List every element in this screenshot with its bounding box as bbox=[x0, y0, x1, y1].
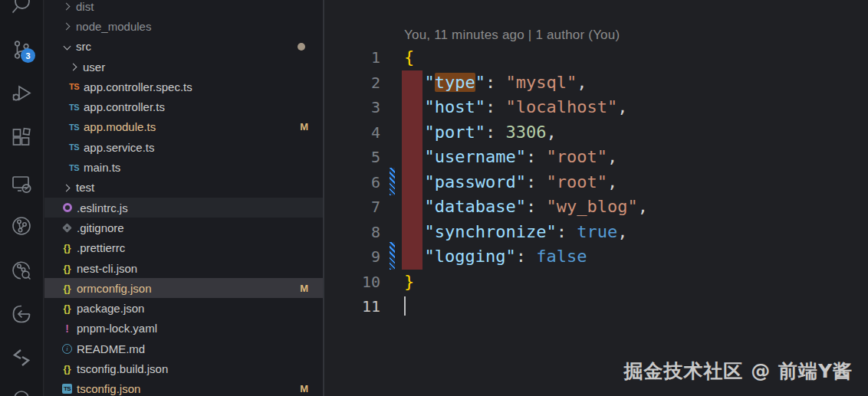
modified-badge: M bbox=[300, 283, 323, 294]
explorer-file-item[interactable]: .gitignore bbox=[44, 218, 323, 237]
typescript-test-icon: TS bbox=[67, 80, 81, 93]
tsconfig-icon: TS bbox=[61, 382, 74, 395]
explorer-file-item[interactable]: TSapp.service.ts bbox=[44, 137, 323, 157]
explorer-file-item[interactable]: TSmain.ts bbox=[44, 157, 323, 177]
code-line-text: "host": "localhost", bbox=[404, 95, 627, 120]
file-label: src bbox=[76, 40, 91, 53]
gitlens-inspect-icon-svg bbox=[11, 303, 32, 325]
remote-explorer-icon[interactable] bbox=[11, 173, 32, 195]
file-label: app.controller.spec.ts bbox=[84, 80, 192, 93]
file-label: README.md bbox=[77, 342, 145, 355]
codelens-blame[interactable]: You, 11 minutes ago | 1 author (You) bbox=[404, 28, 620, 43]
code-line-text bbox=[404, 294, 406, 319]
json-icon: {} bbox=[61, 262, 74, 275]
code-area[interactable]: 1{2 "type": "mysql",3 "host": "localhost… bbox=[326, 45, 868, 319]
code-line[interactable]: 1{ bbox=[326, 45, 868, 70]
file-label: tsconfig.json bbox=[77, 382, 140, 395]
explorer-file-item[interactable]: {}tsconfig.build.json bbox=[44, 358, 323, 378]
file-label: node_modules bbox=[76, 20, 151, 33]
explorer-file-item[interactable]: TSapp.controller.spec.ts bbox=[44, 77, 323, 97]
explorer-folder-item[interactable]: dist bbox=[44, 0, 323, 16]
gitlens-inspect-icon[interactable] bbox=[11, 303, 32, 325]
code-line[interactable]: 5 "username": "root", bbox=[326, 145, 868, 170]
file-label: app.service.ts bbox=[84, 141, 155, 154]
file-label: package.json bbox=[77, 302, 144, 315]
explorer-file-item[interactable]: .eslintrc.js bbox=[44, 198, 323, 218]
git-icon bbox=[61, 221, 74, 234]
code-line[interactable]: 9 "logging": false bbox=[326, 244, 868, 270]
code-line[interactable]: 11 bbox=[326, 294, 868, 319]
chevron-right-icon bbox=[61, 20, 73, 32]
modified-badge: M bbox=[300, 121, 323, 133]
code-line-text: } bbox=[404, 270, 414, 295]
explorer-file-item[interactable]: TSapp.module.tsM bbox=[44, 117, 323, 137]
line-number: 2 bbox=[326, 70, 380, 96]
modified-dot bbox=[298, 43, 305, 51]
explorer-file-item[interactable]: {}.prettierrc bbox=[44, 238, 323, 258]
editor-pane[interactable]: You, 11 minutes ago | 1 author (You) 1{2… bbox=[326, 0, 868, 396]
account-icon-svg bbox=[11, 389, 32, 396]
search-icon[interactable] bbox=[11, 0, 32, 15]
explorer-file-item[interactable]: {}package.json bbox=[44, 298, 323, 318]
line-number: 6 bbox=[326, 170, 380, 195]
explorer-file-item[interactable]: TSapp.controller.ts bbox=[44, 97, 323, 116]
file-label: app.controller.ts bbox=[84, 100, 165, 113]
code-line-text: "port": 3306, bbox=[404, 120, 557, 146]
code-line[interactable]: 6 "password": "root", bbox=[326, 170, 868, 195]
run-and-debug-icon[interactable] bbox=[11, 83, 32, 104]
code-line[interactable]: 3 "host": "localhost", bbox=[326, 95, 868, 120]
typescript-icon: TS bbox=[67, 100, 81, 113]
gitlens-icon[interactable] bbox=[11, 215, 32, 237]
file-label: main.ts bbox=[84, 161, 120, 174]
explorer-folder-item[interactable]: user bbox=[44, 57, 323, 77]
code-line[interactable]: 7 "database": "wy_blog", bbox=[326, 195, 868, 220]
code-line-text: "database": "wy_blog", bbox=[404, 195, 648, 220]
text-cursor bbox=[404, 296, 406, 316]
line-number: 5 bbox=[326, 145, 380, 170]
explorer-file-item[interactable]: {}ormconfig.jsonM bbox=[44, 278, 323, 298]
file-label: tsconfig.build.json bbox=[77, 362, 168, 375]
explorer-file-item[interactable]: {}nest-cli.json bbox=[44, 258, 323, 278]
file-label: test bbox=[76, 181, 94, 194]
account-icon[interactable] bbox=[11, 389, 32, 396]
explorer-folder-item[interactable]: src bbox=[44, 37, 323, 57]
git-graph-icon-svg bbox=[11, 260, 32, 281]
file-label: app.module.ts bbox=[84, 120, 156, 133]
code-line-text: "synchronize": true, bbox=[404, 220, 627, 245]
code-line[interactable]: 2 "type": "mysql", bbox=[326, 70, 868, 96]
code-line[interactable]: 10} bbox=[326, 270, 868, 295]
code-line-text: "type": "mysql", bbox=[404, 70, 587, 96]
line-number: 10 bbox=[326, 270, 380, 295]
file-label: .prettierrc bbox=[77, 241, 125, 254]
line-number: 9 bbox=[326, 244, 380, 270]
explorer-file-item[interactable]: !pnpm-lock.yaml bbox=[44, 319, 323, 339]
file-label: dist bbox=[76, 0, 94, 13]
file-label: user bbox=[83, 61, 105, 74]
code-line[interactable]: 4 "port": 3306, bbox=[326, 120, 868, 146]
chevron-down-icon bbox=[61, 41, 73, 53]
file-label: .gitignore bbox=[77, 221, 124, 234]
line-number: 7 bbox=[326, 195, 380, 220]
explorer-tree: distnode_modulessrcuserTSapp.controller.… bbox=[44, 0, 323, 396]
explorer-file-item[interactable]: TStsconfig.jsonM bbox=[44, 379, 323, 396]
code-snippets-icon[interactable] bbox=[11, 347, 32, 368]
extensions-icon[interactable] bbox=[11, 127, 32, 149]
explorer-folder-item[interactable]: node_modules bbox=[44, 16, 323, 36]
json-icon: {} bbox=[61, 241, 74, 254]
explorer-folder-item[interactable]: test bbox=[44, 178, 323, 198]
file-label: .eslintrc.js bbox=[77, 201, 128, 214]
code-line[interactable]: 8 "synchronize": true, bbox=[326, 220, 868, 245]
code-snippets-icon-svg bbox=[11, 347, 32, 368]
code-line-text: "logging": false bbox=[404, 244, 587, 270]
typescript-icon: TS bbox=[67, 141, 81, 154]
line-number: 11 bbox=[326, 294, 380, 319]
code-line-text: "password": "root", bbox=[404, 170, 617, 195]
json-icon: {} bbox=[61, 282, 74, 295]
explorer-file-item[interactable]: iREADME.md bbox=[44, 339, 323, 358]
file-label: pnpm-lock.yaml bbox=[77, 322, 157, 335]
line-number: 8 bbox=[326, 220, 380, 245]
eslint-icon bbox=[61, 201, 74, 214]
json-icon: {} bbox=[61, 302, 74, 315]
yaml-icon: ! bbox=[61, 322, 74, 335]
git-graph-icon[interactable] bbox=[11, 260, 32, 281]
